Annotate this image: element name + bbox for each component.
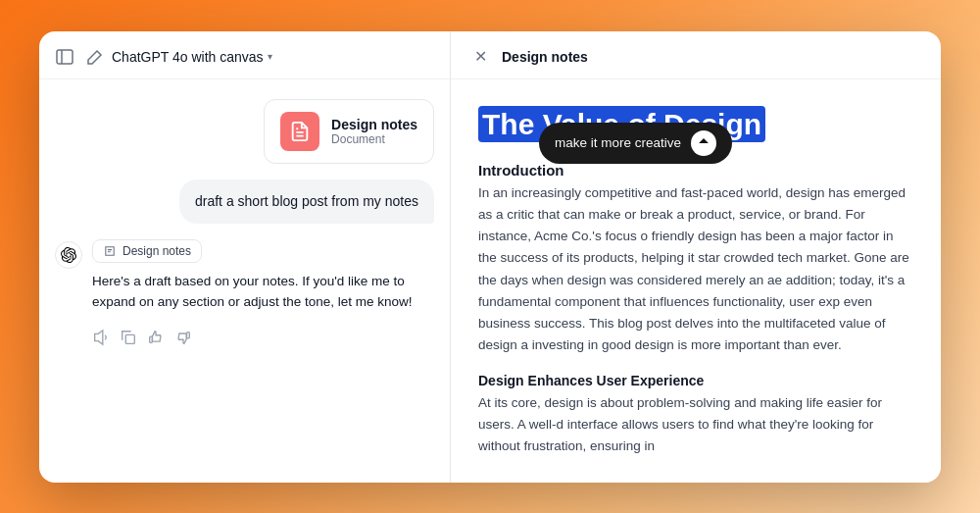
chat-content: Design notes Document draft a short blog…	[39, 79, 450, 483]
app-container: ChatGPT 4o with canvas ▾ Desig	[39, 31, 941, 483]
chevron-down-icon: ▾	[268, 51, 272, 62]
intro-paragraph: In an increasingly competitive and fast-…	[478, 182, 913, 357]
model-name-label: ChatGPT 4o with canvas	[112, 49, 264, 65]
document-icon	[280, 112, 319, 151]
left-panel: ChatGPT 4o with canvas ▾ Desig	[39, 31, 451, 483]
panel-title: Design notes	[502, 49, 588, 65]
svg-rect-0	[57, 50, 73, 64]
user-message-bubble: draft a short blog post from my notes	[179, 180, 434, 224]
section1-title: Design Enhances User Experience	[478, 373, 913, 388]
doc-title: Design notes	[331, 117, 417, 132]
send-button[interactable]	[691, 130, 716, 156]
svg-rect-7	[187, 332, 190, 337]
left-header: ChatGPT 4o with canvas ▾	[39, 31, 450, 79]
doc-ref-label: Design notes	[122, 244, 191, 258]
assistant-text: Here's a draft based on your notes. If y…	[92, 271, 434, 313]
thumbs-down-icon[interactable]	[174, 329, 192, 346]
copy-icon[interactable]	[120, 329, 137, 346]
openai-logo-icon	[55, 241, 82, 269]
tooltip-text: make it more creative	[555, 135, 681, 150]
doc-ref-chip: Design notes	[92, 239, 202, 263]
thumbs-up-icon[interactable]	[147, 329, 165, 346]
doc-info: Design notes Document	[331, 117, 417, 146]
model-selector[interactable]: ChatGPT 4o with canvas ▾	[112, 49, 272, 65]
close-icon[interactable]: ✕	[470, 47, 490, 67]
assistant-content: Design notes Here's a draft based on you…	[92, 239, 434, 313]
sidebar-toggle-icon[interactable]	[55, 47, 74, 67]
svg-marker-4	[95, 330, 103, 343]
introduce-label: Introduction	[478, 162, 913, 179]
assistant-row: Design notes Here's a draft based on you…	[55, 239, 434, 313]
doc-content: The Value of Design make it more creativ…	[451, 79, 941, 483]
right-panel: ✕ Design notes The Value of Design make …	[451, 31, 941, 483]
section1-paragraph: At its core, design is about problem-sol…	[478, 392, 913, 458]
action-row	[55, 329, 434, 346]
right-header: ✕ Design notes	[451, 31, 941, 79]
edit-icon[interactable]	[84, 48, 102, 66]
doc-type: Document	[331, 132, 417, 146]
tooltip-popup: make it more creative	[539, 123, 732, 164]
svg-rect-5	[125, 334, 134, 343]
send-icon	[697, 136, 710, 150]
assistant-message: Design notes Here's a draft based on you…	[55, 239, 434, 346]
svg-rect-6	[150, 336, 153, 342]
volume-icon[interactable]	[92, 329, 110, 346]
document-card: Design notes Document	[264, 99, 434, 164]
doc-ref-icon	[103, 244, 117, 258]
